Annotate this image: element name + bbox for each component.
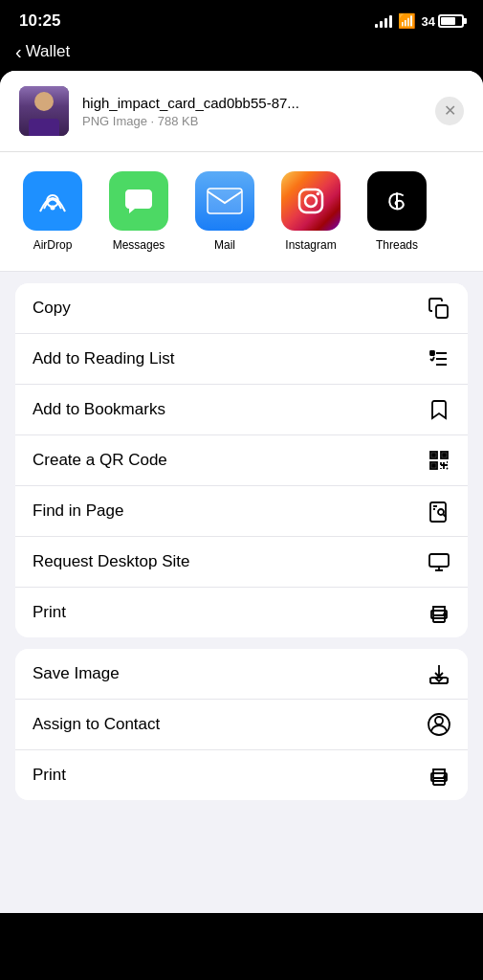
qr-code-label: Create a QR Code [33, 451, 167, 470]
svg-point-1 [51, 206, 55, 211]
battery: 34 [422, 14, 464, 29]
status-bar: 10:25 📶 34 [0, 0, 483, 38]
instagram-svg [294, 184, 328, 218]
instagram-icon [281, 171, 340, 231]
find-in-page-label: Find in Page [33, 501, 123, 521]
reading-list-icon [428, 347, 450, 370]
file-name: high_impact_card_cad0bb55-87... [82, 95, 422, 111]
threads-svg [380, 184, 414, 218]
messages-icon [109, 171, 168, 231]
file-meta: PNG Image · 788 KB [82, 114, 422, 128]
wifi-icon: 📶 [398, 12, 416, 30]
print1-action[interactable]: Print [15, 588, 468, 637]
qr-code-action[interactable]: Create a QR Code [15, 435, 468, 486]
save-icon [428, 662, 450, 685]
app-messages[interactable]: Messages [96, 171, 182, 252]
back-button[interactable]: ‹ Wallet [15, 42, 70, 61]
svg-point-5 [305, 195, 317, 207]
messages-svg [121, 184, 156, 218]
bookmarks-label: Add to Bookmarks [33, 400, 165, 419]
messages-label: Messages [113, 238, 165, 252]
reading-list-label: Add to Reading List [33, 349, 174, 368]
print1-icon [428, 601, 450, 624]
contact-icon [428, 713, 450, 736]
signal-icon [375, 14, 392, 28]
bookmarks-action[interactable]: Add to Bookmarks [15, 385, 468, 435]
chevron-left-icon: ‹ [15, 42, 22, 61]
svg-point-6 [317, 192, 320, 196]
svg-line-24 [447, 468, 448, 469]
reading-list-action[interactable]: Add to Reading List [15, 334, 468, 385]
svg-rect-2 [208, 189, 242, 213]
app-instagram[interactable]: Instagram [268, 171, 354, 252]
app-airdrop[interactable]: AirDrop [10, 171, 96, 252]
instagram-label: Instagram [285, 238, 336, 252]
back-label: Wallet [26, 42, 71, 61]
file-thumbnail [19, 86, 69, 136]
status-icons: 📶 34 [375, 12, 464, 30]
save-image-action[interactable]: Save Image [15, 649, 468, 700]
airdrop-label: AirDrop [33, 238, 73, 252]
threads-icon [367, 171, 427, 231]
svg-rect-19 [432, 464, 435, 467]
battery-percent: 34 [422, 14, 435, 29]
svg-rect-31 [429, 554, 449, 567]
mail-svg [206, 187, 244, 215]
print2-action[interactable]: Print [15, 750, 468, 800]
copy-label: Copy [33, 299, 71, 318]
svg-rect-17 [432, 454, 435, 457]
print2-label: Print [33, 766, 66, 785]
desktop-site-label: Request Desktop Site [33, 552, 189, 571]
action-group-2: Save Image Assign to Contact Print [15, 649, 468, 800]
svg-point-27 [438, 509, 444, 515]
save-image-label: Save Image [33, 664, 120, 683]
assign-contact-label: Assign to Contact [33, 715, 160, 734]
threads-label: Threads [376, 238, 418, 252]
svg-point-36 [444, 613, 446, 615]
battery-icon [438, 14, 464, 28]
apps-row: AirDrop Messages Mail [0, 152, 483, 272]
svg-rect-7 [436, 305, 448, 318]
copy-icon [428, 297, 450, 320]
desktop-icon [428, 550, 450, 573]
print2-icon [428, 764, 450, 787]
bookmark-icon [428, 398, 450, 421]
desktop-site-action[interactable]: Request Desktop Site [15, 537, 468, 588]
svg-rect-11 [430, 351, 434, 355]
svg-point-42 [444, 776, 446, 778]
airdrop-svg [34, 183, 71, 219]
close-icon: ✕ [444, 103, 456, 119]
share-sheet: high_impact_card_cad0bb55-87... PNG Imag… [0, 71, 483, 913]
airdrop-icon [23, 171, 82, 231]
find-in-page-action[interactable]: Find in Page [15, 486, 468, 537]
svg-point-38 [435, 717, 443, 724]
assign-contact-action[interactable]: Assign to Contact [15, 700, 468, 750]
file-info: high_impact_card_cad0bb55-87... PNG Imag… [82, 95, 422, 128]
svg-rect-18 [443, 454, 446, 457]
mail-icon [195, 171, 254, 231]
app-mail[interactable]: Mail [182, 171, 268, 252]
find-icon [428, 500, 450, 523]
svg-line-13 [432, 357, 434, 361]
close-button[interactable]: ✕ [435, 97, 464, 125]
status-time: 10:25 [19, 11, 60, 31]
file-header: high_impact_card_cad0bb55-87... PNG Imag… [0, 71, 483, 152]
app-threads[interactable]: Threads [354, 171, 440, 252]
print1-label: Print [33, 603, 66, 622]
copy-action[interactable]: Copy [15, 283, 468, 334]
mail-label: Mail [214, 238, 235, 252]
nav-bar: ‹ Wallet [0, 38, 483, 71]
qr-icon [428, 449, 450, 472]
action-group-1: Copy Add to Reading List Add to Bookmark… [15, 283, 468, 637]
